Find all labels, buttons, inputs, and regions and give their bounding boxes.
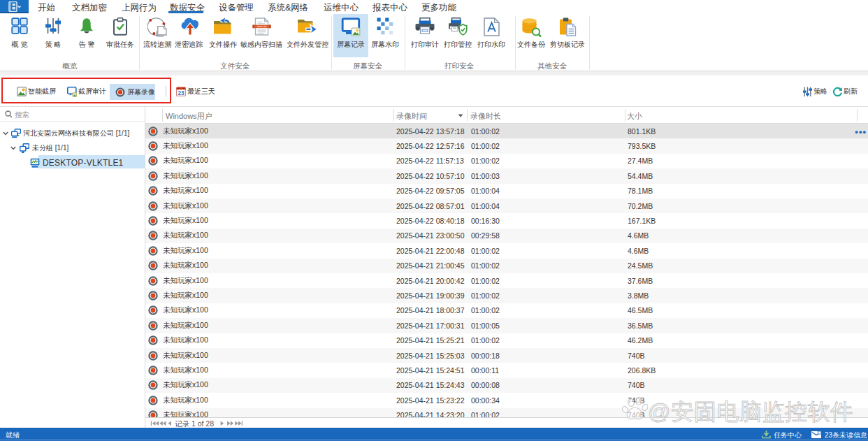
svg-text:23: 23 bbox=[178, 90, 185, 96]
